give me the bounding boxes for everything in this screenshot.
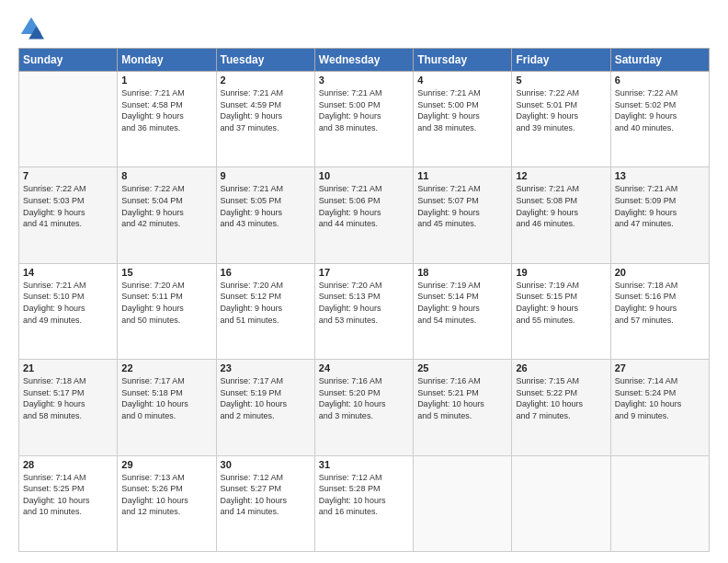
calendar-cell: 2Sunrise: 7:21 AM Sunset: 4:59 PM Daylig… [216, 72, 314, 167]
day-number: 23 [221, 362, 311, 373]
day-info: Sunrise: 7:15 AM Sunset: 5:22 PM Dayligh… [516, 375, 606, 421]
day-number: 28 [23, 459, 113, 470]
weekday-header-sunday: Sunday [19, 49, 118, 72]
day-number: 30 [221, 459, 311, 470]
calendar-cell: 1Sunrise: 7:21 AM Sunset: 4:58 PM Daylig… [118, 72, 216, 167]
weekday-header-tuesday: Tuesday [216, 49, 314, 72]
weekday-header-friday: Friday [512, 49, 610, 72]
logo-icon [18, 15, 44, 40]
day-info: Sunrise: 7:20 AM Sunset: 5:11 PM Dayligh… [121, 280, 211, 326]
calendar-cell: 31Sunrise: 7:12 AM Sunset: 5:28 PM Dayli… [314, 455, 413, 551]
calendar-cell [512, 455, 610, 551]
day-number: 16 [221, 267, 311, 278]
calendar-cell: 25Sunrise: 7:16 AM Sunset: 5:21 PM Dayli… [414, 360, 512, 455]
day-number: 29 [121, 459, 211, 470]
day-number: 19 [516, 267, 606, 278]
weekday-header-monday: Monday [118, 49, 216, 72]
calendar-cell: 28Sunrise: 7:14 AM Sunset: 5:25 PM Dayli… [19, 455, 118, 551]
day-number: 26 [516, 362, 606, 373]
day-info: Sunrise: 7:20 AM Sunset: 5:12 PM Dayligh… [221, 280, 311, 326]
calendar-cell: 20Sunrise: 7:18 AM Sunset: 5:16 PM Dayli… [610, 263, 709, 359]
day-number: 31 [319, 459, 409, 470]
day-number: 9 [221, 170, 311, 181]
calendar-cell: 27Sunrise: 7:14 AM Sunset: 5:24 PM Dayli… [610, 360, 709, 455]
day-number: 3 [319, 75, 409, 86]
day-number: 25 [417, 362, 507, 373]
day-info: Sunrise: 7:17 AM Sunset: 5:19 PM Dayligh… [221, 375, 311, 421]
calendar-week-5: 28Sunrise: 7:14 AM Sunset: 5:25 PM Dayli… [19, 455, 710, 551]
calendar-header-row: SundayMondayTuesdayWednesdayThursdayFrid… [19, 49, 710, 72]
day-info: Sunrise: 7:16 AM Sunset: 5:20 PM Dayligh… [319, 375, 409, 421]
day-info: Sunrise: 7:18 AM Sunset: 5:16 PM Dayligh… [615, 280, 705, 326]
day-info: Sunrise: 7:13 AM Sunset: 5:26 PM Dayligh… [121, 472, 211, 518]
day-info: Sunrise: 7:12 AM Sunset: 5:27 PM Dayligh… [221, 472, 311, 518]
calendar-cell: 16Sunrise: 7:20 AM Sunset: 5:12 PM Dayli… [216, 263, 314, 359]
day-info: Sunrise: 7:21 AM Sunset: 5:09 PM Dayligh… [615, 183, 705, 229]
day-info: Sunrise: 7:17 AM Sunset: 5:18 PM Dayligh… [121, 375, 211, 421]
weekday-header-saturday: Saturday [610, 49, 709, 72]
calendar-cell [610, 455, 709, 551]
day-number: 14 [23, 267, 113, 278]
day-number: 24 [319, 362, 409, 373]
day-info: Sunrise: 7:21 AM Sunset: 4:59 PM Dayligh… [221, 87, 311, 133]
calendar-cell [414, 455, 512, 551]
calendar-cell [19, 72, 118, 167]
weekday-header-thursday: Thursday [414, 49, 512, 72]
day-number: 21 [23, 362, 113, 373]
calendar-cell: 22Sunrise: 7:17 AM Sunset: 5:18 PM Dayli… [118, 360, 216, 455]
day-info: Sunrise: 7:21 AM Sunset: 5:00 PM Dayligh… [319, 87, 409, 133]
day-info: Sunrise: 7:21 AM Sunset: 5:06 PM Dayligh… [319, 183, 409, 229]
day-info: Sunrise: 7:21 AM Sunset: 4:58 PM Dayligh… [121, 87, 211, 133]
day-number: 13 [615, 170, 705, 181]
calendar-cell: 13Sunrise: 7:21 AM Sunset: 5:09 PM Dayli… [610, 167, 709, 263]
day-info: Sunrise: 7:14 AM Sunset: 5:24 PM Dayligh… [615, 375, 705, 421]
day-number: 15 [121, 267, 211, 278]
day-info: Sunrise: 7:21 AM Sunset: 5:07 PM Dayligh… [417, 183, 507, 229]
calendar-table: SundayMondayTuesdayWednesdayThursdayFrid… [18, 48, 710, 552]
day-info: Sunrise: 7:22 AM Sunset: 5:03 PM Dayligh… [23, 183, 113, 229]
day-number: 11 [417, 170, 507, 181]
day-info: Sunrise: 7:14 AM Sunset: 5:25 PM Dayligh… [23, 472, 113, 518]
calendar-cell: 15Sunrise: 7:20 AM Sunset: 5:11 PM Dayli… [118, 263, 216, 359]
calendar-week-4: 21Sunrise: 7:18 AM Sunset: 5:17 PM Dayli… [19, 360, 710, 455]
calendar-cell: 5Sunrise: 7:22 AM Sunset: 5:01 PM Daylig… [512, 72, 610, 167]
day-number: 6 [615, 75, 705, 86]
day-number: 7 [23, 170, 113, 181]
day-number: 20 [615, 267, 705, 278]
weekday-header-wednesday: Wednesday [314, 49, 413, 72]
day-number: 27 [615, 362, 705, 373]
day-info: Sunrise: 7:22 AM Sunset: 5:04 PM Dayligh… [121, 183, 211, 229]
day-number: 5 [516, 75, 606, 86]
calendar-cell: 6Sunrise: 7:22 AM Sunset: 5:02 PM Daylig… [610, 72, 709, 167]
page: SundayMondayTuesdayWednesdayThursdayFrid… [0, 0, 728, 563]
day-info: Sunrise: 7:21 AM Sunset: 5:08 PM Dayligh… [516, 183, 606, 229]
day-number: 18 [417, 267, 507, 278]
day-number: 2 [221, 75, 311, 86]
day-number: 8 [121, 170, 211, 181]
day-info: Sunrise: 7:19 AM Sunset: 5:15 PM Dayligh… [516, 280, 606, 326]
calendar-cell: 18Sunrise: 7:19 AM Sunset: 5:14 PM Dayli… [414, 263, 512, 359]
day-number: 1 [121, 75, 211, 86]
calendar-cell: 19Sunrise: 7:19 AM Sunset: 5:15 PM Dayli… [512, 263, 610, 359]
calendar-cell: 29Sunrise: 7:13 AM Sunset: 5:26 PM Dayli… [118, 455, 216, 551]
calendar-cell: 11Sunrise: 7:21 AM Sunset: 5:07 PM Dayli… [414, 167, 512, 263]
day-number: 17 [319, 267, 409, 278]
calendar-cell: 23Sunrise: 7:17 AM Sunset: 5:19 PM Dayli… [216, 360, 314, 455]
calendar-cell: 9Sunrise: 7:21 AM Sunset: 5:05 PM Daylig… [216, 167, 314, 263]
calendar-cell: 21Sunrise: 7:18 AM Sunset: 5:17 PM Dayli… [19, 360, 118, 455]
calendar-cell: 8Sunrise: 7:22 AM Sunset: 5:04 PM Daylig… [118, 167, 216, 263]
day-info: Sunrise: 7:21 AM Sunset: 5:00 PM Dayligh… [417, 87, 507, 133]
day-number: 4 [417, 75, 507, 86]
day-info: Sunrise: 7:16 AM Sunset: 5:21 PM Dayligh… [417, 375, 507, 421]
calendar-week-2: 7Sunrise: 7:22 AM Sunset: 5:03 PM Daylig… [19, 167, 710, 263]
day-info: Sunrise: 7:22 AM Sunset: 5:01 PM Dayligh… [516, 87, 606, 133]
day-info: Sunrise: 7:12 AM Sunset: 5:28 PM Dayligh… [319, 472, 409, 518]
header [18, 15, 710, 40]
logo [18, 15, 48, 40]
calendar-cell: 26Sunrise: 7:15 AM Sunset: 5:22 PM Dayli… [512, 360, 610, 455]
calendar-week-1: 1Sunrise: 7:21 AM Sunset: 4:58 PM Daylig… [19, 72, 710, 167]
calendar-cell: 10Sunrise: 7:21 AM Sunset: 5:06 PM Dayli… [314, 167, 413, 263]
day-number: 22 [121, 362, 211, 373]
calendar-cell: 4Sunrise: 7:21 AM Sunset: 5:00 PM Daylig… [414, 72, 512, 167]
day-info: Sunrise: 7:20 AM Sunset: 5:13 PM Dayligh… [319, 280, 409, 326]
